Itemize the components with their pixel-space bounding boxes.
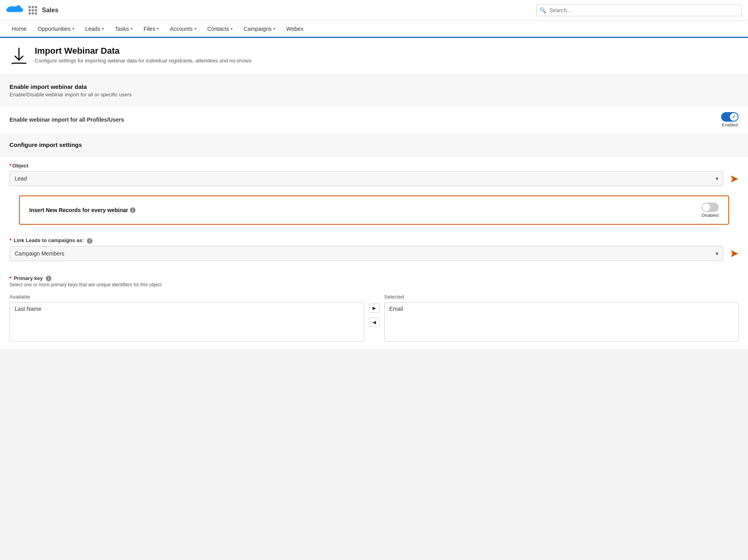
insert-records-wrapper: Insert New Records for every webinar i D… [0, 192, 748, 231]
nav-home-label: Home [12, 26, 26, 32]
insert-records-row: Insert New Records for every webinar i D… [19, 195, 729, 225]
salesforce-logo [6, 4, 24, 16]
primary-key-title: * Primary key i [9, 275, 739, 282]
link-leads-select-wrapper: Campaign Members Campaign Responses ▾ ➤ [9, 246, 739, 261]
available-list: Last Name [9, 302, 364, 342]
object-select[interactable]: Lead Contact [9, 171, 723, 186]
link-leads-required-star: * [9, 237, 11, 243]
page-subtitle: Configure settings for importing webinar… [35, 58, 251, 64]
campaigns-chevron: ▾ [273, 26, 275, 31]
leads-chevron: ▾ [102, 26, 104, 31]
insert-records-thumb [702, 203, 710, 211]
nav-item-tasks[interactable]: Tasks ▾ [109, 21, 138, 38]
available-header: Available [9, 294, 364, 300]
nav-tasks-label: Tasks [115, 26, 129, 32]
enable-toggle-row: Enable webinar import for all Profiles/U… [0, 106, 748, 133]
link-leads-field-row: * Link Leads to campaigns as: i Campaign… [0, 231, 748, 267]
primary-key-section: * Primary key i Select one or more prima… [0, 267, 748, 350]
insert-records-toggle[interactable] [701, 203, 719, 212]
insert-records-toggle-container: Disabled [701, 203, 719, 218]
topbar: Sales 🔍 [0, 0, 748, 21]
selected-item-email[interactable]: Email [385, 303, 739, 316]
nav-webex-label: Webex [286, 26, 303, 32]
link-leads-field-label: * Link Leads to campaigns as: i [9, 237, 739, 244]
nav-item-files[interactable]: Files ▾ [138, 21, 165, 38]
enable-toggle[interactable]: ✓ [721, 112, 739, 122]
nav-item-opportunities[interactable]: Opportunities ▾ [32, 21, 79, 38]
grid-icon[interactable] [28, 6, 37, 15]
object-select-wrapper: Lead Contact ▾ ➤ [9, 171, 739, 186]
nav-item-accounts[interactable]: Accounts ▾ [164, 21, 202, 38]
link-leads-info-icon[interactable]: i [87, 238, 92, 244]
files-chevron: ▾ [157, 26, 159, 31]
contacts-chevron: ▾ [231, 26, 233, 31]
enable-toggle-label: Enable webinar import for all Profiles/U… [9, 117, 124, 123]
nav-opportunities-label: Opportunities [38, 26, 70, 32]
enable-toggle-container: ✓ Enabled [721, 112, 739, 127]
available-item-lastname[interactable]: Last Name [10, 303, 364, 316]
page-header: Import Webinar Data Configure settings f… [0, 38, 748, 75]
search-icon: 🔍 [539, 7, 546, 13]
primary-key-subtitle: Select one or more primary keys that are… [9, 282, 739, 288]
nav-item-home[interactable]: Home [6, 21, 32, 38]
primary-key-info-icon[interactable]: i [46, 276, 51, 281]
main-content: Import Webinar Data Configure settings f… [0, 38, 748, 350]
tasks-chevron: ▾ [131, 26, 133, 31]
available-panel: Available Last Name [9, 294, 364, 342]
link-leads-select[interactable]: Campaign Members Campaign Responses [9, 246, 723, 261]
link-leads-arrow-decoration: ➤ [729, 247, 739, 260]
selected-list: Email [384, 302, 739, 342]
enable-section-title: Enable import webinar data [9, 83, 739, 90]
insert-records-label: Insert New Records for every webinar [29, 207, 128, 213]
nav-campaigns-label: Campaigns [244, 26, 272, 32]
nav-files-label: Files [144, 26, 156, 32]
dual-list-arrows: ▶ ◀ [364, 303, 384, 327]
page-title: Import Webinar Data [35, 46, 251, 56]
nav-item-contacts[interactable]: Contacts ▾ [202, 21, 238, 38]
object-arrow-decoration: ➤ [729, 172, 739, 185]
import-icon [9, 47, 28, 69]
selected-header: Selected [384, 294, 739, 300]
insert-records-label-row: Insert New Records for every webinar i [29, 207, 135, 213]
nav-leads-label: Leads [85, 26, 100, 32]
object-select-container: Lead Contact ▾ [9, 171, 723, 186]
nav-item-leads[interactable]: Leads ▾ [80, 21, 109, 38]
nav-item-webex[interactable]: Webex [281, 21, 309, 38]
move-right-button[interactable]: ▶ [369, 303, 380, 313]
enable-toggle-status: Enabled [722, 122, 738, 127]
enable-section-subtitle: Enable/Disable webinar import for all or… [9, 92, 739, 98]
nav-contacts-label: Contacts [207, 26, 229, 32]
search-bar: 🔍 [536, 4, 742, 16]
enable-toggle-thumb: ✓ [730, 113, 738, 121]
insert-records-info-icon[interactable]: i [130, 207, 135, 213]
link-leads-select-container: Campaign Members Campaign Responses ▾ [9, 246, 723, 261]
nav-accounts-label: Accounts [170, 26, 193, 32]
move-left-button[interactable]: ◀ [369, 318, 380, 327]
enable-section: Enable import webinar data Enable/Disabl… [0, 75, 748, 106]
nav-item-campaigns[interactable]: Campaigns ▾ [238, 21, 281, 38]
dual-list-container: Available Last Name ▶ ◀ Selected Email [9, 294, 739, 342]
opportunities-chevron: ▾ [72, 26, 74, 31]
configure-section-title: Configure import settings [9, 141, 739, 148]
insert-records-status: Disabled [702, 213, 719, 218]
primary-key-required-star: * [9, 275, 11, 281]
page-title-area: Import Webinar Data Configure settings f… [35, 46, 251, 64]
navbar: Home Opportunities ▾ Leads ▾ Tasks ▾ Fil… [0, 21, 748, 38]
configure-section: Configure import settings [0, 133, 748, 156]
object-field-label: *Object [9, 163, 739, 169]
object-field-row: *Object Lead Contact ▾ ➤ [0, 156, 748, 192]
accounts-chevron: ▾ [194, 26, 196, 31]
object-required-star: * [9, 163, 11, 169]
search-input[interactable] [536, 4, 742, 16]
selected-panel: Selected Email [384, 294, 739, 342]
app-name: Sales [42, 7, 58, 14]
